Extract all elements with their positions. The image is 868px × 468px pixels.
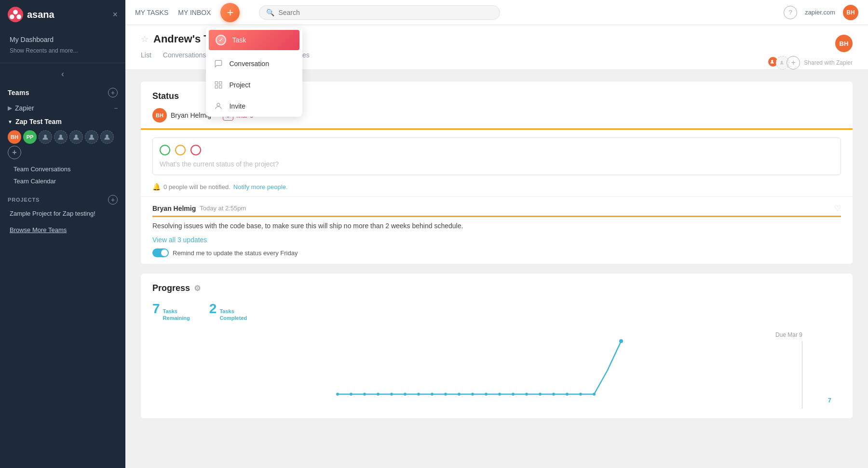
add-button[interactable]: + bbox=[220, 3, 240, 22]
tab-conversations[interactable]: Conversations bbox=[163, 51, 206, 65]
sidebar-header: asana × bbox=[0, 0, 125, 29]
team-zapier-name: Zapier bbox=[15, 104, 34, 112]
svg-point-6 bbox=[75, 135, 78, 138]
status-circle-green[interactable] bbox=[160, 145, 170, 155]
project-star-icon[interactable]: ☆ bbox=[141, 34, 149, 44]
notify-more-link[interactable]: Notify more people. bbox=[233, 183, 288, 191]
svg-rect-12 bbox=[219, 85, 222, 88]
main-content: MY TASKS MY INBOX + ✓ Task Conversation bbox=[125, 0, 868, 468]
status-input-area[interactable]: What's the current status of the project… bbox=[152, 138, 841, 175]
search-input-wrap: 🔍 bbox=[259, 5, 500, 20]
topbar: MY TASKS MY INBOX + ✓ Task Conversation bbox=[125, 0, 868, 25]
projects-label: PROJECTS bbox=[8, 197, 40, 203]
teams-add-button[interactable]: + bbox=[108, 88, 118, 97]
svg-point-4 bbox=[44, 135, 47, 138]
asana-logo: asana bbox=[8, 7, 54, 22]
add-project-option[interactable]: Project bbox=[206, 74, 302, 96]
add-task-option[interactable]: ✓ Task bbox=[209, 30, 299, 50]
help-button[interactable]: ? bbox=[784, 6, 797, 19]
zapier-link[interactable]: zapier.com bbox=[805, 9, 835, 16]
status-input-placeholder[interactable]: What's the current status of the project… bbox=[160, 160, 834, 168]
topbar-search: 🔍 bbox=[259, 5, 500, 20]
tasks-remaining-label1: Tasks bbox=[163, 308, 190, 315]
invite-icon bbox=[214, 101, 223, 111]
status-author-avatar: BH bbox=[152, 108, 167, 123]
browse-more-teams-link[interactable]: Browse More Teams bbox=[0, 223, 125, 236]
project-zample-item[interactable]: Zample Project for Zap testing! bbox=[8, 207, 118, 220]
tasks-remaining-number: 7 bbox=[152, 301, 160, 317]
member-pp-avatar[interactable]: PP bbox=[23, 130, 37, 144]
add-conversation-option[interactable]: Conversation bbox=[206, 53, 302, 74]
my-tasks-link[interactable]: MY TASKS bbox=[135, 7, 168, 18]
projects-add-button[interactable]: + bbox=[108, 195, 118, 205]
search-input[interactable] bbox=[278, 9, 493, 16]
progress-card-title: Progress ⚙ bbox=[152, 283, 841, 293]
sidebar-my-dashboard[interactable]: My Dashboard bbox=[8, 33, 118, 46]
add-member-button[interactable]: + bbox=[8, 146, 21, 159]
add-shared-user-button[interactable]: + bbox=[787, 56, 800, 69]
topbar-nav: MY TASKS MY INBOX bbox=[135, 7, 211, 18]
chart-due-label: Due Mar 9 bbox=[775, 331, 802, 338]
tasks-completed-label: Tasks Completed bbox=[219, 308, 247, 322]
status-circle-yellow[interactable] bbox=[175, 145, 186, 155]
svg-point-7 bbox=[90, 135, 93, 138]
teams-label: Teams bbox=[8, 89, 29, 96]
tab-list[interactable]: List bbox=[141, 51, 151, 65]
tasks-completed-label1: Tasks bbox=[219, 308, 247, 315]
svg-point-5 bbox=[59, 135, 62, 138]
close-sidebar-button[interactable]: × bbox=[112, 10, 118, 20]
user-avatar[interactable]: BH bbox=[843, 5, 858, 20]
gear-icon[interactable]: ⚙ bbox=[194, 284, 201, 293]
reminder-toggle[interactable] bbox=[152, 248, 169, 257]
tasks-remaining-label: Tasks Remaining bbox=[163, 308, 190, 322]
project-user-badge: BH bbox=[835, 35, 853, 52]
bell-icon: 🔔 bbox=[152, 183, 161, 191]
sidebar-collapse-button[interactable]: ‹ bbox=[0, 67, 125, 81]
status-circle-red[interactable] bbox=[190, 145, 201, 155]
like-button[interactable]: ♡ bbox=[834, 204, 841, 213]
team-conversations-link[interactable]: Team Conversations bbox=[12, 163, 118, 175]
team-zapier-item[interactable]: ▶ Zapier – bbox=[0, 101, 125, 115]
update-text: Resolving issues with the code base, to … bbox=[152, 221, 841, 231]
invite-option[interactable]: Invite bbox=[206, 96, 302, 117]
reminder-text: Remind me to update the status every Fri… bbox=[173, 249, 298, 257]
chart-svg bbox=[152, 331, 841, 404]
shared-avatars: + bbox=[767, 56, 800, 69]
my-inbox-link[interactable]: MY INBOX bbox=[178, 7, 211, 18]
team-links: Team Conversations Team Calendar bbox=[8, 163, 118, 187]
zap-test-team-header[interactable]: ▼ Zap Test Team bbox=[8, 115, 118, 128]
member-bh-avatar[interactable]: BH bbox=[8, 130, 21, 144]
svg-rect-9 bbox=[216, 82, 218, 84]
view-all-updates-link[interactable]: View all 3 updates bbox=[152, 236, 841, 244]
svg-point-1 bbox=[13, 10, 18, 14]
member-placeholder-5[interactable] bbox=[100, 130, 114, 144]
progress-stats: 7 Tasks Remaining 2 Tasks Completed bbox=[152, 301, 841, 322]
chart-value-label: 7 bbox=[828, 397, 831, 404]
tasks-remaining-label2: Remaining bbox=[163, 315, 190, 321]
sidebar-nav: My Dashboard Show Recents and more... bbox=[0, 29, 125, 59]
add-dropdown-menu: ✓ Task Conversation Project bbox=[206, 27, 302, 117]
team-calendar-link[interactable]: Team Calendar bbox=[12, 175, 118, 187]
member-placeholder-1[interactable] bbox=[39, 130, 52, 144]
member-placeholder-3[interactable] bbox=[69, 130, 83, 144]
conversation-label: Conversation bbox=[229, 60, 269, 68]
project-icon bbox=[214, 80, 223, 90]
svg-rect-10 bbox=[219, 82, 222, 84]
progress-card-inner: Progress ⚙ 7 Tasks Remaining 2 bbox=[141, 274, 853, 418]
sidebar: asana × My Dashboard Show Recents and mo… bbox=[0, 0, 125, 468]
member-placeholder-2[interactable] bbox=[54, 130, 68, 144]
project-label: Project bbox=[229, 81, 250, 89]
sidebar-show-recents[interactable]: Show Recents and more... bbox=[8, 46, 118, 55]
tasks-remaining-stat: 7 Tasks Remaining bbox=[152, 301, 190, 322]
zap-test-team-name: Zap Test Team bbox=[15, 118, 62, 125]
member-placeholder-4[interactable] bbox=[85, 130, 98, 144]
tasks-completed-number: 2 bbox=[209, 301, 217, 317]
team-zapier-left: ▶ Zapier bbox=[8, 104, 34, 112]
update-status-bar bbox=[152, 216, 841, 217]
svg-rect-11 bbox=[216, 85, 218, 88]
team-zapier-dash: – bbox=[114, 105, 118, 111]
team-expanded-arrow: ▼ bbox=[8, 119, 13, 124]
status-circles bbox=[160, 145, 834, 155]
svg-point-14 bbox=[771, 60, 773, 62]
svg-point-2 bbox=[10, 14, 14, 19]
